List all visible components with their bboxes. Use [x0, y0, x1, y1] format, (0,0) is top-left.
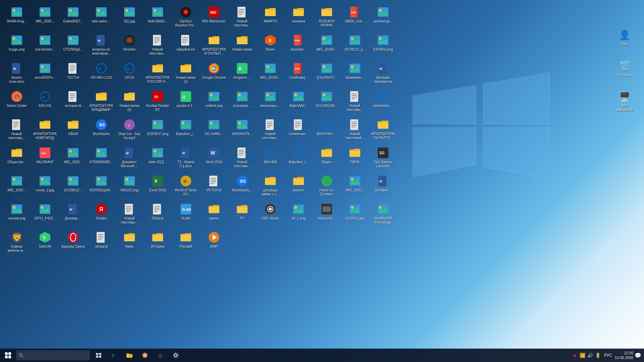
desktop-icon-bb4c3d[interactable]: bb4c3d6b5...	[145, 4, 170, 31]
desktop-icon-4ZPLf_P433[interactable]: 4ZPLf_P433...	[32, 201, 58, 228]
desktop-icon-istoriya[interactable]: история.bt	[60, 88, 86, 115]
desktop-icon-novaya_papka2[interactable]: Новая папка (2)	[173, 60, 199, 87]
desktop-icon-amir_f[interactable]: Амир	[117, 229, 142, 256]
desktop-icon-IMG_2020_1[interactable]: IMG_2020...	[32, 4, 58, 31]
desktop-icon-IMG_2019_1[interactable]: IMG_20190...	[314, 32, 339, 59]
desktop-icon-amir13[interactable]: АМИР13	[258, 4, 283, 31]
desktop-icon-remont[interactable]: ремонт	[286, 173, 311, 200]
desktop-icon-new_txt4[interactable]: Новый текстовы...	[4, 117, 30, 143]
desktop-icon-hd1[interactable]: hd_1.png	[286, 201, 311, 228]
desktop-icon-00499[interactable]: 00499-King...	[4, 4, 30, 31]
desktop-icon-bluestacks2[interactable]: BS BlueStacks...	[229, 173, 255, 200]
taskbar-steam[interactable]: ♨	[153, 349, 168, 362]
desktop-icon-0_1[interactable]: 0[1].jpg	[117, 4, 142, 31]
desktop-icon-biznes_plan[interactable]: W бизнес план.docx	[4, 60, 30, 87]
desktop-icon-user[interactable]: 👤 User	[612, 27, 637, 51]
desktop-icon-new_txt8[interactable]: Новый текстовы...	[117, 201, 142, 228]
battery-icon[interactable]: 🔋	[595, 353, 601, 358]
desktop-icon-kassovaya[interactable]: kassovaya-...	[258, 88, 283, 115]
desktop-icon-babydive_j[interactable]: Babydive_j...	[173, 117, 199, 143]
desktop-icon-new_txt1[interactable]: Новый текстовы...	[229, 4, 255, 31]
desktop-icon-aimp[interactable]: AIMP	[201, 229, 227, 256]
desktop-icon-42353637[interactable]: 42353637.png	[145, 117, 170, 143]
desktop-icon-volobuje[interactable]: PDF волобуе...	[286, 32, 311, 59]
start-button[interactable]	[0, 349, 16, 362]
desktop-icon-gubw[interactable]: Gubw3OET...	[60, 4, 86, 31]
desktop-icon-engkem[interactable]: энгкем.png	[4, 201, 30, 228]
desktop-icon-liliana[interactable]: лилиана	[286, 4, 311, 31]
desktop-icon-epic_games[interactable]: EG Epic Games Launcher	[370, 145, 396, 172]
desktop-icon-video[interactable]: Видео	[314, 145, 339, 172]
desktop-icon-istor[interactable]: ИСТОР.bt	[201, 173, 227, 200]
desktop-icon-xmvx8SSPv[interactable]: xmvx8SSPv...	[32, 60, 58, 87]
taskbar-datetime[interactable]: 12:35 13.05.2020	[615, 351, 633, 360]
desktop-icon-resolve[interactable]: Resolve	[117, 32, 142, 59]
desktop-icon-doja[interactable]: ♪ Doja Cat - Say So.mp3	[117, 117, 142, 143]
volume-icon[interactable]: 🔊	[587, 353, 593, 358]
desktop-icon-new_txt7[interactable]: Новый текстовы...	[229, 145, 255, 172]
desktop-icon-dogovor_r[interactable]: W Договор-...	[60, 201, 86, 228]
taskbar-chrome[interactable]	[138, 349, 152, 362]
desktop-icon-d6_zstmg[interactable]: D6-ZstMG...	[201, 117, 227, 143]
taskbar-task-view[interactable]	[91, 349, 106, 362]
desktop-icon-arxitektura_vlad[interactable]: АРХИТЕКТУРА ВЛАДИМИР	[89, 88, 114, 115]
desktop-icon-acrobat[interactable]: Ac Acrobat Reader DC	[145, 88, 170, 115]
desktop-icon-babydive[interactable]: babydive.txt	[173, 32, 199, 59]
desktop-icon-IMG_2019_2[interactable]: IMG_20190...	[258, 60, 283, 87]
desktop-icon-valorant[interactable]: VAL VALORANT	[32, 145, 58, 172]
desktop-icon-new_txt6[interactable]: Новый текстовый...	[342, 117, 368, 143]
desktop-icon-ry[interactable]: РУ	[229, 201, 255, 228]
desktop-icon-xod_dvizeni[interactable]: xod-dvizeni...	[32, 32, 58, 59]
desktop-icon-t3_irina[interactable]: W Т3 - Ирина ГЦ.docx	[173, 145, 199, 172]
desktop-icon-686102[interactable]: 686102.png	[117, 173, 142, 200]
desktop-icon-bqbmaA40[interactable]: BqbmAA0...	[286, 88, 311, 115]
desktop-icon-kids[interactable]: kids-swim-...	[89, 4, 114, 31]
desktop-icon-IMG_2020_3[interactable]: IMG_2020...	[4, 173, 30, 200]
desktop-icon-oboi[interactable]: ОБОИ	[60, 117, 86, 143]
taskbar-language[interactable]: РУС	[604, 353, 612, 358]
desktop-icon-russie2[interactable]: russie_2.jpg	[32, 173, 58, 200]
desktop-icon-new_txt3[interactable]: Новый текстовы...	[342, 88, 368, 115]
desktop-icon-fzvzwrle[interactable]: fZVZWrLE...	[60, 173, 86, 200]
desktop-icon-arxitektura_rossiya[interactable]: АРХИТЕКТУРА РОССИЯ И...	[145, 60, 170, 87]
desktop-icon-davinci[interactable]: DaVinci Resolve Pro...	[173, 4, 199, 31]
desktop-icon-67568656[interactable]: 67568656585...	[89, 145, 114, 172]
desktop-icon-5363666[interactable]: 5363666.png	[370, 32, 396, 59]
desktop-icon-santehnika[interactable]: e santehnika-...	[370, 88, 396, 115]
desktop-icon-pvz[interactable]: 🌿 Plants vs. Zombies	[314, 173, 339, 200]
desktop-icon-worldoftanks[interactable]: ⊕ World of Tanks RU	[173, 173, 199, 200]
desktop-icon-IMG_2020_4[interactable]: IMG_2020...	[342, 173, 368, 200]
desktop-icon-zulfan[interactable]: W Зульфан...	[370, 173, 396, 200]
desktop-icon-_429x241[interactable]: e 429×241	[32, 88, 58, 115]
desktop-icon-TEST[interactable]: ТЕСТ.bt	[60, 60, 86, 87]
desktop-icon-irina_f[interactable]: ирина	[201, 201, 227, 228]
desktop-icon-google_chrome[interactable]: Google Chrome	[201, 60, 227, 87]
desktop-icon-thispc[interactable]: 🖥️ Этот компьютер	[612, 88, 637, 113]
desktop-icon-arxitektura_novgorod[interactable]: АРХИТЕКТУРА НОВГОРОД	[32, 117, 58, 143]
desktop-icon-trash[interactable]: 🗑️ Корзина	[612, 58, 637, 82]
desktop-icon-_600x400[interactable]: e 600×400	[258, 145, 283, 172]
desktop-icon-kingdom[interactable]: K Kingdom-...	[229, 60, 255, 87]
desktop-icon-830043479[interactable]: 830043479...	[229, 117, 255, 143]
desktop-icon-papa[interactable]: ПАПА	[342, 145, 368, 172]
desktop-icon-18738222[interactable]: 18738222_ji...	[342, 32, 368, 59]
desktop-icon-kollekcii[interactable]: КОЛЛЕКЦИИ...	[89, 173, 114, 200]
desktop-icon-bluestacks[interactable]: BS BlueStacks	[89, 117, 114, 143]
desktop-icon-boscor[interactable]: 🦁 бофкор мебелы.w...	[4, 229, 30, 256]
desktop-icon-bezymyan[interactable]: безымянн...	[342, 60, 368, 87]
desktop-icon-safeup[interactable]: S SafeUM	[32, 229, 58, 256]
desktop-icon-brave[interactable]: B Brave	[258, 32, 283, 59]
desktop-icon-new_txt2[interactable]: Новый текстовы...	[145, 32, 170, 59]
desktop-icon-10710[interactable]: e 10710	[117, 60, 142, 87]
desktop-icon-nazvaniia[interactable]: НАЗВАНИЯ России.jpg	[370, 201, 396, 228]
desktop-icon-obshchestvo[interactable]: Общество...	[4, 145, 30, 172]
desktop-icon-s1200_1[interactable]: s1200[1].jpg	[342, 201, 368, 228]
notification-center[interactable]: 💬	[635, 352, 641, 359]
taskbar-file-explorer[interactable]	[122, 349, 137, 362]
desktop-icon-untitled[interactable]: untitled.png	[201, 88, 227, 115]
taskbar-settings[interactable]	[168, 349, 183, 362]
taskbar-search[interactable]	[16, 350, 90, 360]
desktop-icon-novaya_papka5[interactable]: Новая папка (5)	[117, 88, 142, 115]
desktop-icon-certificate[interactable]: PDF Certificate[...	[286, 60, 311, 87]
desktop-icon-IMG_2020_2[interactable]: IMG_2020...	[60, 145, 86, 172]
